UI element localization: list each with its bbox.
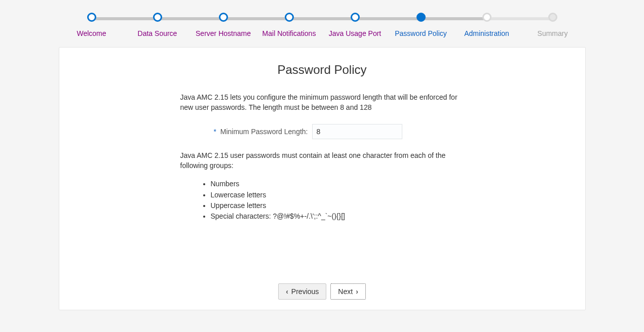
step-connector [355, 17, 421, 20]
chevron-left-icon: ‹ [286, 287, 288, 296]
step-connector [223, 17, 289, 20]
wizard-step-administration[interactable]: Administration [454, 13, 520, 38]
group-item: Lowercase letters [211, 190, 464, 200]
step-circle-icon [285, 13, 294, 22]
wizard-step-mail-notifications[interactable]: Mail Notifications [256, 13, 322, 38]
step-circle-icon [548, 13, 557, 22]
min-length-label: Minimum Password Length: [220, 128, 308, 136]
previous-label: Previous [291, 287, 319, 296]
step-connector [421, 17, 487, 20]
min-length-label-wrap: * Minimum Password Length: [180, 127, 312, 137]
step-connector [487, 17, 553, 20]
step-circle-icon [219, 13, 228, 22]
required-star: * [213, 128, 216, 136]
step-circle-icon [482, 13, 491, 22]
step-circle-icon [351, 13, 360, 22]
group-item: Special characters: ?@!#$%+-/.\';:^_`~()… [211, 211, 464, 221]
step-label[interactable]: Welcome [77, 29, 106, 38]
step-label[interactable]: Server Hostname [196, 29, 251, 38]
step-connector [92, 17, 158, 20]
step-circle-icon [153, 13, 162, 22]
group-item: Uppercase letters [211, 200, 464, 211]
group-item: Numbers [211, 179, 464, 189]
step-circle-icon [87, 13, 96, 22]
wizard-step-data-source[interactable]: Data Source [125, 13, 191, 38]
button-row: ‹ Previous Next › [59, 283, 585, 300]
step-connector [289, 17, 355, 20]
min-length-row: * Minimum Password Length: [180, 124, 464, 139]
step-connector [158, 17, 223, 20]
groups-list: NumbersLowercase lettersUppercase letter… [211, 179, 464, 221]
step-label[interactable]: Mail Notifications [262, 29, 316, 38]
step-label[interactable]: Data Source [138, 29, 177, 38]
step-circle-icon [416, 13, 426, 22]
content-panel: Password Policy Java AMC 2.15 lets you c… [59, 47, 586, 310]
groups-intro: Java AMC 2.15 user passwords must contai… [180, 150, 464, 171]
intro-text: Java AMC 2.15 lets you configure the min… [180, 92, 464, 113]
min-length-input[interactable] [312, 124, 402, 139]
next-button[interactable]: Next › [330, 283, 365, 300]
wizard-step-summary: Summary [520, 13, 586, 38]
step-label[interactable]: Administration [464, 29, 509, 38]
previous-button[interactable]: ‹ Previous [278, 283, 326, 300]
wizard-step-java-usage-port[interactable]: Java Usage Port [322, 13, 388, 38]
page-title: Password Policy [80, 63, 565, 77]
body-block: Java AMC 2.15 lets you configure the min… [180, 92, 464, 221]
wizard-step-welcome[interactable]: Welcome [59, 13, 125, 38]
step-label: Summary [538, 29, 568, 38]
step-label: Password Policy [395, 29, 447, 38]
wizard-step-server-hostname[interactable]: Server Hostname [191, 13, 256, 38]
step-label[interactable]: Java Usage Port [329, 29, 382, 38]
wizard-step-password-policy: Password Policy [388, 13, 454, 38]
chevron-right-icon: › [356, 287, 358, 296]
next-label: Next [338, 287, 353, 296]
wizard-steps: WelcomeData SourceServer HostnameMail No… [0, 0, 644, 38]
